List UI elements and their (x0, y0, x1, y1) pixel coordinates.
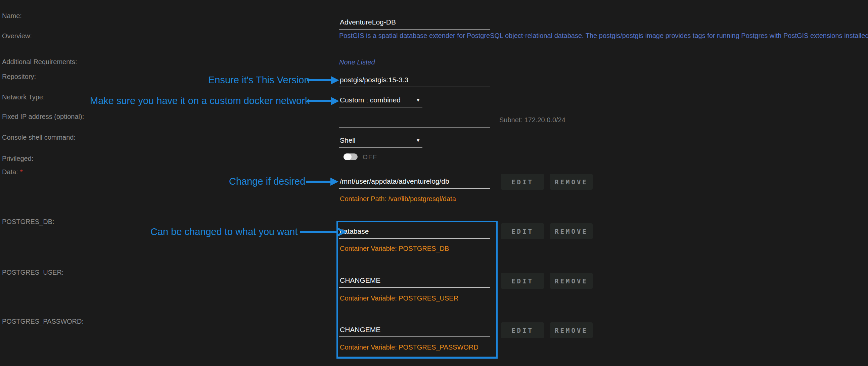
overview-label: Overview: (2, 32, 32, 40)
subnet-note: Subnet: 172.20.0.0/24 (499, 116, 565, 124)
annotation-arrow-data (306, 177, 339, 186)
postgres-db-input[interactable]: database (339, 227, 490, 239)
postgres-db-remove-button[interactable]: REMOVE (550, 223, 593, 239)
console-shell-label: Console shell command: (2, 134, 75, 141)
additional-requirements-value: None Listed (339, 58, 375, 66)
name-input[interactable]: AdventureLog-DB (339, 18, 490, 30)
name-label: Name: (2, 12, 22, 20)
data-edit-button[interactable]: EDIT (501, 174, 544, 190)
postgres-password-label: POSTGRES_PASSWORD: (2, 318, 84, 325)
annotation-network: Make sure you have it on a custom docker… (90, 95, 310, 106)
postgres-password-input[interactable]: CHANGEME (339, 326, 490, 337)
annotation-arrow-repository (306, 75, 340, 85)
repository-label: Repository: (2, 73, 36, 81)
privileged-state-label: OFF (363, 153, 377, 161)
console-shell-selected-value: Shell (340, 136, 355, 144)
data-remove-button[interactable]: REMOVE (550, 174, 593, 190)
overview-text: PostGIS is a spatial database extender f… (339, 32, 868, 40)
postgres-password-remove-button[interactable]: REMOVE (550, 322, 593, 338)
annotation-repository: Ensure it's This Version (208, 74, 310, 86)
repository-input[interactable]: postgis/postgis:15-3.3 (339, 76, 490, 87)
chevron-down-icon: ▼ (416, 97, 421, 103)
fixed-ip-input[interactable] (339, 118, 490, 128)
container-variable-password-note: Container Variable: POSTGRES_PASSWORD (340, 343, 478, 351)
privileged-toggle[interactable] (343, 153, 358, 160)
annotation-postgres-db: Can be changed to what you want (150, 226, 298, 237)
network-type-selected-value: Custom : combined (340, 96, 401, 104)
postgres-user-label: POSTGRES_USER: (2, 269, 63, 276)
annotation-arrow-postgres-db (300, 227, 346, 237)
data-label-text: Data: (2, 168, 18, 176)
postgres-password-edit-button[interactable]: EDIT (501, 322, 544, 338)
network-type-select[interactable]: Custom : combined ▼ (339, 96, 423, 108)
postgres-db-edit-button[interactable]: EDIT (501, 223, 544, 239)
data-path-input[interactable]: /mnt/user/appdata/adventurelog/db (339, 177, 490, 189)
annotation-data: Change if desired (229, 176, 305, 187)
container-variable-db-note: Container Variable: POSTGRES_DB (340, 245, 449, 252)
docker-template-settings-page: Name: Overview: Additional Requirements:… (0, 0, 868, 366)
required-asterisk: * (20, 168, 23, 176)
postgres-user-remove-button[interactable]: REMOVE (550, 273, 593, 289)
privileged-label: Privileged: (2, 155, 33, 162)
container-variable-user-note: Container Variable: POSTGRES_USER (340, 295, 458, 302)
postgres-user-edit-button[interactable]: EDIT (501, 273, 544, 289)
postgres-user-input[interactable]: CHANGEME (339, 276, 490, 288)
chevron-down-icon: ▼ (416, 138, 421, 143)
network-type-label: Network Type: (2, 93, 45, 101)
data-label: Data:* (2, 168, 23, 176)
annotation-arrow-network (306, 96, 340, 106)
container-path-note: Container Path: /var/lib/postgresql/data (340, 195, 456, 203)
fixed-ip-label: Fixed IP address (optional): (2, 113, 84, 121)
console-shell-select[interactable]: Shell ▼ (339, 136, 423, 148)
additional-requirements-label: Additional Requirements: (2, 58, 77, 66)
postgres-db-label: POSTGRES_DB: (2, 218, 54, 226)
annotation-highlight-box (337, 221, 498, 359)
toggle-knob (343, 153, 351, 160)
